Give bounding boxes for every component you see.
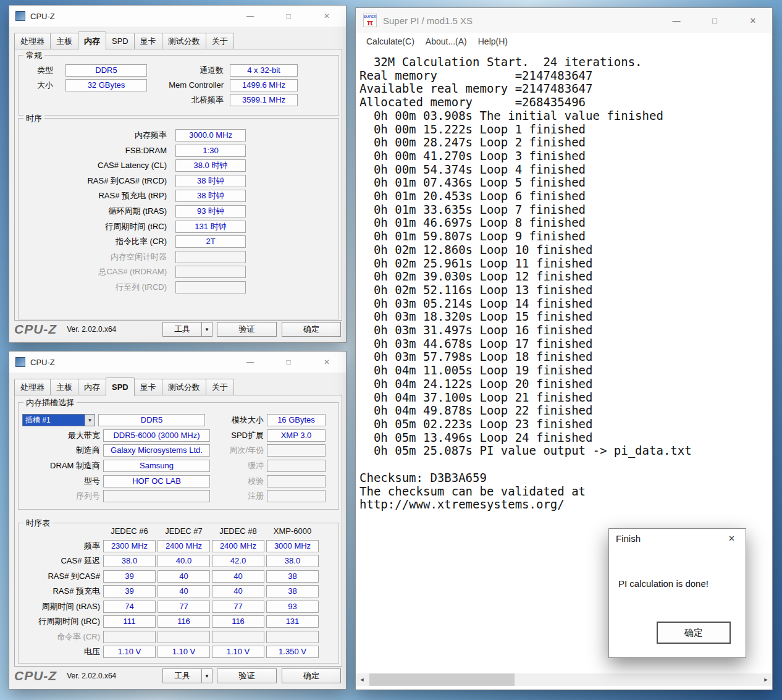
scroll-left-icon[interactable]: ◄ <box>356 673 368 686</box>
minimize-icon[interactable]: — <box>231 352 269 373</box>
spd-cell-value <box>212 631 264 643</box>
cpuz-titlebar[interactable]: CPU-Z — □ ✕ <box>9 352 346 373</box>
cpuz-tab[interactable]: 关于 <box>206 33 234 49</box>
spd-left-column: 插槽 #1 ▼ DDR5 最大带宽DDR5-6000 (3000 MHz)制造商… <box>22 414 210 505</box>
scrollbar-thumb[interactable] <box>369 673 515 686</box>
spd-cell-value: 74 <box>103 601 156 613</box>
spd-row-label: 频率 <box>22 540 100 552</box>
cpuz-bottombar: CPU-Z Ver. 2.02.0.x64 工具 ▼ 验证 确定 <box>14 668 341 684</box>
size-value: 32 GBytes <box>65 79 147 91</box>
horizontal-scrollbar[interactable]: ◄ ► <box>356 673 772 686</box>
window-title: Super PI / mod1.5 XS <box>383 15 473 26</box>
superpi-titlebar[interactable]: SUPER π Super PI / mod1.5 XS — □ ✕ <box>356 8 772 33</box>
tools-button[interactable]: 工具 <box>162 668 202 683</box>
timing-label: RAS# 预充电 (tRP) <box>19 190 167 202</box>
menu-item[interactable]: Calculate(C) <box>361 35 420 48</box>
validate-button[interactable]: 验证 <box>217 668 277 683</box>
spd-column-header: JEDEC #7 <box>158 526 210 536</box>
timing-row: RAS# 到CAS# (tRCD)38 时钟 <box>19 175 338 187</box>
spd-cell-value: 42.0 <box>212 555 264 567</box>
dialog-ok-button[interactable]: 确定 <box>657 622 731 644</box>
spd-cell-value: 116 <box>212 615 264 628</box>
validate-button[interactable]: 验证 <box>217 322 277 337</box>
spd-value <box>267 490 326 502</box>
spd-value <box>267 475 326 487</box>
cpuz-tab[interactable]: 内存 <box>78 32 106 50</box>
spd-label: 序列号 <box>22 490 100 502</box>
cpuz-tab[interactable]: 显卡 <box>134 379 162 395</box>
ok-button[interactable]: 确定 <box>282 668 341 683</box>
spd-value: Samsung <box>103 460 210 472</box>
type-value: DDR5 <box>65 64 147 77</box>
spd-cell-value: 38.0 <box>103 555 156 567</box>
menu-item[interactable]: Help(H) <box>473 35 513 48</box>
timing-row: 循环周期 (tRAS)93 时钟 <box>19 205 338 217</box>
spd-value: XMP 3.0 <box>267 429 326 442</box>
cpuz-tab[interactable]: 测试分数 <box>162 33 206 49</box>
scroll-right-icon[interactable]: ► <box>760 673 772 686</box>
timings-group-label: 时序 <box>23 114 44 124</box>
spd-table-row: 行周期时间 (tRC)111116116131 <box>22 615 319 628</box>
scrollbar-track[interactable] <box>368 673 760 686</box>
spd-cell-value: 116 <box>158 615 210 628</box>
spd-value: DDR5-6000 (3000 MHz) <box>103 429 210 442</box>
timing-value: 38 时钟 <box>175 190 246 202</box>
cpuz-tab[interactable]: SPD <box>106 33 135 49</box>
chevron-down-icon[interactable]: ▼ <box>85 415 95 426</box>
tools-button[interactable]: 工具 <box>162 322 202 337</box>
cpuz-tab[interactable]: SPD <box>106 377 135 396</box>
desktop: CPU-Z — □ ✕ 处理器主板内存SPD显卡测试分数关于 常规 类型 DDR… <box>0 0 782 700</box>
menu-item[interactable]: About...(A) <box>420 35 473 48</box>
close-icon[interactable]: ✕ <box>308 6 346 27</box>
ok-button[interactable]: 确定 <box>282 322 341 337</box>
tools-dropdown-icon[interactable]: ▼ <box>202 322 212 337</box>
spd-table-row: RAS# 到CAS#39404038 <box>22 570 319 583</box>
close-icon[interactable]: ✕ <box>718 529 746 547</box>
spd-cell-value: 1.10 V <box>158 646 210 658</box>
timing-label: 行至列 (tRCD) <box>19 281 167 293</box>
spd-label: 周次/年份 <box>216 444 264 457</box>
spd-label: SPD扩展 <box>216 429 264 442</box>
window-title: CPU-Z <box>30 12 55 21</box>
cpuz-tab[interactable]: 测试分数 <box>162 379 206 395</box>
spd-value: Galaxy Microsystems Ltd. <box>103 444 210 457</box>
spd-cell-value <box>266 631 319 643</box>
spd-table-row: 电压1.10 V1.10 V1.10 V1.350 V <box>22 646 319 658</box>
tools-dropdown-icon[interactable]: ▼ <box>202 668 212 683</box>
minimize-icon[interactable]: — <box>231 6 269 27</box>
cpuz-tab[interactable]: 处理器 <box>14 33 51 49</box>
cpuz-tab[interactable]: 显卡 <box>134 33 162 49</box>
maximize-icon[interactable]: □ <box>269 6 308 27</box>
finish-dialog-titlebar[interactable]: Finish ✕ <box>609 529 746 547</box>
minimize-icon[interactable]: — <box>657 8 696 33</box>
cpuz-spd-window: CPU-Z — □ ✕ 处理器主板内存SPD显卡测试分数关于 内存插槽选择 插槽… <box>9 351 347 689</box>
channels-label: 通道数 <box>162 64 224 77</box>
cpuz-tab[interactable]: 内存 <box>78 379 106 395</box>
close-icon[interactable]: ✕ <box>734 8 772 33</box>
spd-value: HOF OC LAB <box>103 475 210 487</box>
close-icon[interactable]: ✕ <box>308 352 346 373</box>
spd-cell-value: 1.350 V <box>266 646 319 658</box>
timings-groupbox: 时序 内存频率3000.0 MHzFSB:DRAM1:30CAS# Latenc… <box>18 118 339 319</box>
maximize-icon[interactable]: □ <box>269 352 308 373</box>
spd-cell-value: 77 <box>158 601 210 613</box>
cpuz-tab[interactable]: 处理器 <box>14 379 51 395</box>
cpuz-titlebar[interactable]: CPU-Z — □ ✕ <box>9 6 346 27</box>
cpuz-tab[interactable]: 关于 <box>206 379 234 395</box>
spd-row-label: CAS# 延迟 <box>22 555 100 567</box>
channels-value: 4 x 32-bit <box>230 64 298 77</box>
maximize-icon[interactable]: □ <box>696 8 734 33</box>
superpi-output: 32M Calculation Start. 24 iterations. Re… <box>359 56 692 512</box>
timing-label: 内存空闲计时器 <box>19 251 167 263</box>
spd-cell-value <box>103 631 156 643</box>
dialog-title: Finish <box>616 533 641 544</box>
cpuz-tab[interactable]: 主板 <box>50 379 78 395</box>
cpuz-tab[interactable]: 主板 <box>50 33 78 49</box>
version-label: Ver. 2.02.0.x64 <box>67 325 116 334</box>
spd-label: DRAM 制造商 <box>22 460 100 472</box>
spd-cell-value: 111 <box>103 615 156 628</box>
spd-table-row: CAS# 延迟38.040.042.038.0 <box>22 555 319 567</box>
slot-select[interactable]: 插槽 #1 ▼ <box>22 414 95 426</box>
spd-row: 制造商Galaxy Microsystems Ltd. <box>22 444 210 457</box>
spd-row-label: 行周期时间 (tRC) <box>22 615 100 628</box>
